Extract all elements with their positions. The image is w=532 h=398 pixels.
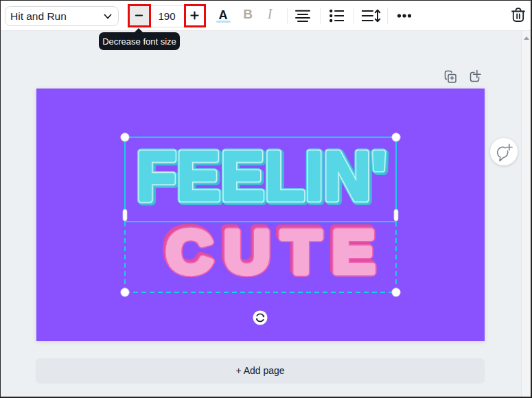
svg-text:FEELIN': FEELIN': [137, 137, 387, 214]
svg-text:CUTE: CUTE: [166, 218, 386, 285]
